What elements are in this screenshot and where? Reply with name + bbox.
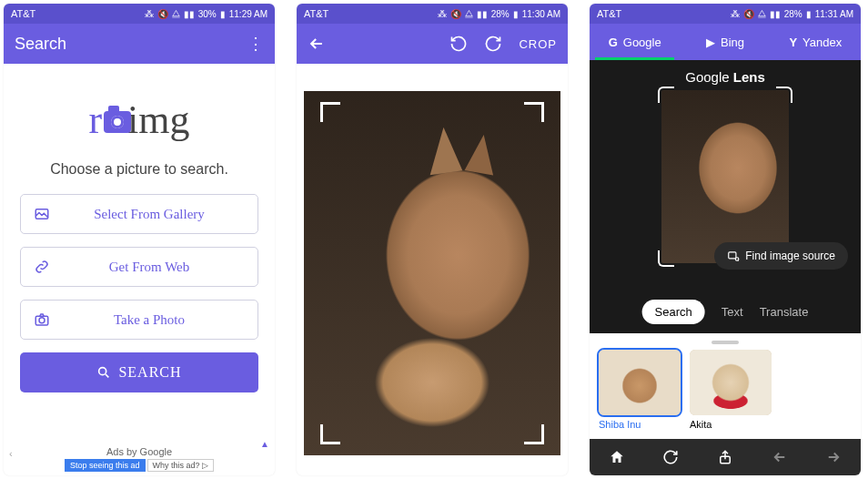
lens-tab-text[interactable]: Text bbox=[722, 305, 743, 319]
battery-icon: ▮ bbox=[806, 9, 812, 19]
phone-screen-2: AT&T ⁂ 🔇 ⧋ ▮▮ 28% ▮ 11:30 AM CROP bbox=[297, 4, 568, 475]
crop-handle-tr[interactable] bbox=[524, 102, 544, 122]
crop-button[interactable]: CROP bbox=[519, 37, 557, 51]
carrier-label: AT&T bbox=[11, 8, 35, 19]
svg-rect-4 bbox=[729, 252, 736, 259]
search-engine-tabs: G Google ▶ Bing Y Yandex bbox=[590, 24, 861, 60]
status-icons: ⁂ 🔇 ⧋ ▮▮ 28% ▮ 11:30 AM bbox=[438, 8, 560, 19]
lens-title: Google Lens bbox=[590, 60, 861, 90]
find-image-source-button[interactable]: Find image source bbox=[714, 242, 848, 270]
lens-mode-tabs: Search Text Translate bbox=[642, 300, 809, 324]
battery-label: 30% bbox=[198, 9, 217, 19]
camera-icon bbox=[34, 311, 54, 328]
option-label: Select From Gallery bbox=[54, 207, 245, 222]
ad-collapse-icon[interactable]: ▲ bbox=[260, 439, 269, 449]
lens-tab-translate[interactable]: Translate bbox=[760, 305, 809, 319]
crop-handle-tl[interactable] bbox=[320, 102, 340, 122]
results-row: Shiba Inu Akita bbox=[599, 350, 852, 430]
mute-icon: 🔇 bbox=[157, 9, 168, 19]
crop-frame[interactable] bbox=[320, 102, 544, 444]
carrier-label: AT&T bbox=[304, 8, 328, 19]
phone-screen-1: AT&T ⁂ 🔇 ⧋ ▮▮ 30% ▮ 11:29 AM Search ⋮ r … bbox=[4, 4, 275, 475]
back-icon[interactable] bbox=[308, 35, 326, 53]
lens-frame-tl bbox=[658, 87, 674, 103]
signal-icon: ▮▮ bbox=[477, 9, 488, 19]
crop-handle-br[interactable] bbox=[524, 424, 544, 444]
yandex-icon: Y bbox=[789, 36, 797, 49]
take-a-photo-button[interactable]: Take a Photo bbox=[20, 300, 258, 340]
mute-icon: 🔇 bbox=[743, 9, 754, 19]
share-icon[interactable] bbox=[717, 449, 733, 465]
lens-tab-search[interactable]: Search bbox=[642, 300, 705, 324]
lens-frame-bl bbox=[658, 250, 674, 267]
status-icons: ⁂ 🔇 ⧋ ▮▮ 30% ▮ 11:29 AM bbox=[145, 8, 267, 19]
bluetooth-icon: ⁂ bbox=[731, 9, 740, 19]
lens-frame-tr bbox=[776, 87, 792, 103]
time-label: 11:31 AM bbox=[815, 9, 853, 19]
option-label: Get From Web bbox=[54, 260, 245, 275]
rotate-right-icon[interactable] bbox=[484, 35, 502, 53]
photo-subject-dog bbox=[661, 90, 789, 263]
ad-label: Ads by Google bbox=[106, 446, 172, 457]
more-menu-icon[interactable]: ⋮ bbox=[247, 34, 264, 54]
tab-bing[interactable]: ▶ Bing bbox=[680, 24, 770, 60]
signal-icon: ▮▮ bbox=[184, 9, 195, 19]
sheet-drag-handle[interactable] bbox=[712, 341, 739, 344]
camera-icon bbox=[104, 111, 131, 133]
tab-google[interactable]: G Google bbox=[590, 24, 680, 60]
search-image-icon bbox=[727, 250, 740, 262]
time-label: 11:29 AM bbox=[229, 9, 267, 19]
page-title: Search bbox=[15, 35, 66, 54]
battery-icon: ▮ bbox=[220, 9, 226, 19]
ad-banner: ‹ ▲ Ads by Google Stop seeing this ad Wh… bbox=[4, 443, 275, 475]
crop-content bbox=[297, 64, 568, 455]
thumb-akita-icon bbox=[690, 350, 772, 415]
time-label: 11:30 AM bbox=[522, 9, 560, 19]
signal-icon: ▮▮ bbox=[770, 9, 781, 19]
home-icon[interactable] bbox=[609, 449, 625, 465]
crop-handle-bl[interactable] bbox=[320, 424, 340, 444]
bing-icon: ▶ bbox=[706, 36, 715, 49]
lens-image-preview[interactable] bbox=[661, 90, 789, 263]
thumb-shiba-icon bbox=[599, 350, 681, 415]
search-icon bbox=[96, 365, 111, 380]
status-bar: AT&T ⁂ 🔇 ⧋ ▮▮ 28% ▮ 11:30 AM bbox=[297, 4, 568, 24]
photo-preview[interactable] bbox=[304, 91, 560, 455]
tab-yandex[interactable]: Y Yandex bbox=[771, 24, 861, 60]
web-icon bbox=[34, 259, 54, 275]
app-logo: r img bbox=[20, 97, 258, 143]
app-bar: CROP bbox=[297, 24, 568, 64]
main-content: r img Choose a picture to search. Select… bbox=[4, 64, 275, 392]
get-from-web-button[interactable]: Get From Web bbox=[20, 247, 258, 287]
battery-label: 28% bbox=[491, 9, 510, 19]
carrier-label: AT&T bbox=[597, 8, 621, 19]
svg-point-3 bbox=[99, 368, 106, 375]
status-bar: AT&T ⁂ 🔇 ⧋ ▮▮ 28% ▮ 11:31 AM bbox=[590, 4, 861, 24]
wifi-icon: ⧋ bbox=[465, 8, 473, 19]
svg-point-2 bbox=[39, 318, 45, 323]
status-bar: AT&T ⁂ 🔇 ⧋ ▮▮ 30% ▮ 11:29 AM bbox=[4, 4, 275, 24]
ad-back-icon[interactable]: ‹ bbox=[9, 448, 13, 459]
app-bar: Search ⋮ bbox=[4, 24, 275, 64]
nav-forward-icon[interactable] bbox=[825, 449, 842, 465]
logo-text-mg: img bbox=[127, 97, 189, 143]
rotate-left-icon[interactable] bbox=[449, 35, 468, 53]
select-from-gallery-button[interactable]: Select From Gallery bbox=[20, 194, 258, 234]
wifi-icon: ⧋ bbox=[758, 8, 766, 19]
ad-why-button[interactable]: Why this ad? ▷ bbox=[147, 459, 215, 472]
battery-label: 28% bbox=[784, 9, 802, 19]
nav-back-icon[interactable] bbox=[772, 449, 788, 465]
result-akita[interactable]: Akita bbox=[690, 350, 772, 430]
bluetooth-icon: ⁂ bbox=[145, 9, 154, 19]
search-button[interactable]: SEARCH bbox=[20, 352, 258, 392]
gallery-icon bbox=[34, 206, 54, 222]
result-shiba-inu[interactable]: Shiba Inu bbox=[599, 350, 681, 430]
battery-icon: ▮ bbox=[513, 9, 519, 19]
refresh-icon[interactable] bbox=[662, 449, 679, 465]
wifi-icon: ⧋ bbox=[172, 8, 180, 19]
prompt-text: Choose a picture to search. bbox=[20, 161, 258, 178]
ad-stop-button[interactable]: Stop seeing this ad bbox=[65, 459, 146, 472]
results-sheet[interactable]: Shiba Inu Akita bbox=[590, 333, 861, 439]
mute-icon: 🔇 bbox=[450, 9, 461, 19]
google-g-icon: G bbox=[609, 36, 618, 49]
